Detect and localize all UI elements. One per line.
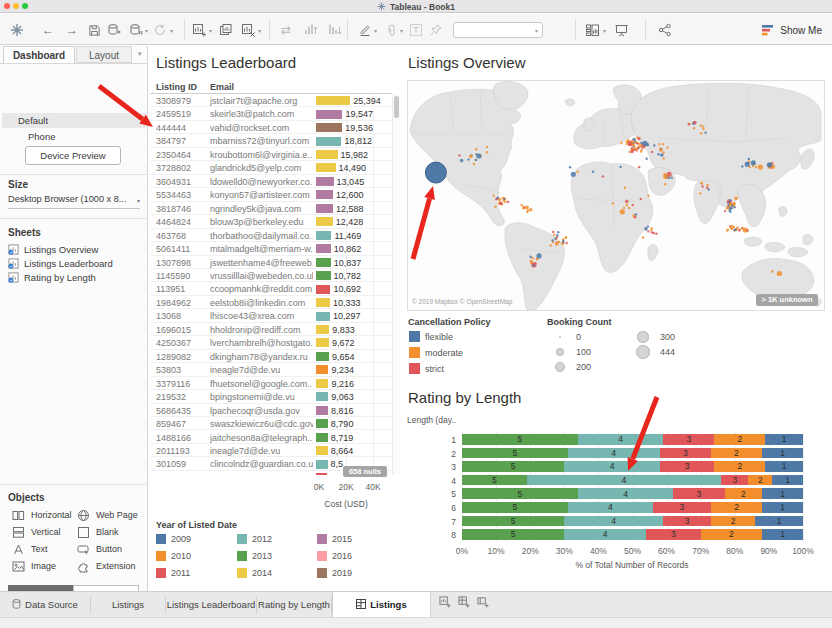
bar-segment[interactable]: 1 xyxy=(765,434,803,445)
table-row[interactable]: 5061411mtalmadgelt@merriam-w..10,862 xyxy=(150,242,392,255)
map-dot[interactable] xyxy=(499,202,503,206)
map-dot[interactable] xyxy=(494,205,496,207)
map-dot[interactable] xyxy=(520,204,522,206)
table-row[interactable]: 859467swaszkiewicz6u@cdc.gov8,790 xyxy=(150,417,392,430)
table-row[interactable]: 1289082dkingham78@yandex.ru9,654 xyxy=(150,350,392,363)
map-dot[interactable] xyxy=(549,244,551,246)
cost-bar[interactable] xyxy=(316,406,328,415)
blank-object-icon[interactable] xyxy=(77,525,90,538)
object-image[interactable]: Image xyxy=(31,561,56,571)
map-dot[interactable] xyxy=(733,229,735,231)
leaderboard-scrollbar-thumb[interactable] xyxy=(394,96,399,118)
tab-listings-leaderboard[interactable]: Listings Leaderboard xyxy=(166,592,256,618)
undo-icon[interactable]: ← xyxy=(40,22,56,38)
cost-bar[interactable] xyxy=(316,338,329,347)
cost-bar[interactable] xyxy=(316,258,331,267)
stacked-bar[interactable]: 54321 xyxy=(462,448,803,459)
legend-swatch[interactable] xyxy=(409,347,420,358)
map-dot[interactable] xyxy=(650,227,652,229)
size-legend-circle[interactable] xyxy=(556,348,563,355)
tableau-logo-icon[interactable] xyxy=(9,22,25,38)
cost-bar[interactable] xyxy=(316,163,336,172)
map-dot[interactable] xyxy=(659,148,663,152)
cost-bar[interactable] xyxy=(316,365,328,374)
table-row[interactable]: 463768thorbathoo@dailymail.co..11,469 xyxy=(150,229,392,242)
table-row[interactable]: 2011193ineagle7d@de.vu8,664 xyxy=(150,444,392,457)
cost-bar[interactable] xyxy=(316,460,328,469)
table-row[interactable]: 13068lhiscoe43@xrea.com10,297 xyxy=(150,309,392,322)
map-dot[interactable] xyxy=(777,271,782,276)
cost-bar[interactable] xyxy=(316,298,330,307)
legend-swatch[interactable] xyxy=(317,568,327,578)
cost-bar[interactable] xyxy=(316,433,328,442)
map-dot[interactable] xyxy=(644,227,648,231)
bar-segment[interactable]: 4 xyxy=(568,448,660,459)
pause-auto-updates-icon[interactable] xyxy=(128,22,144,38)
map-dot[interactable] xyxy=(731,204,733,206)
map-dot[interactable] xyxy=(640,198,642,200)
map-dot[interactable] xyxy=(592,171,594,173)
size-legend-circle[interactable] xyxy=(637,331,648,342)
map-dot[interactable] xyxy=(507,201,509,203)
object-horizontal[interactable]: Horizontal xyxy=(31,510,72,520)
cost-bar[interactable] xyxy=(316,150,338,159)
table-row[interactable]: 5534463konyon57@artisteer.com12,600 xyxy=(150,188,392,201)
stacked-bar[interactable]: 54321 xyxy=(462,502,803,513)
map-dot[interactable] xyxy=(771,270,773,272)
map-dot[interactable] xyxy=(729,199,731,201)
cost-bar[interactable] xyxy=(316,231,331,240)
legend-swatch[interactable] xyxy=(237,534,247,544)
table-row[interactable]: 1488166jaitcheson8a@telegraph...8,719 xyxy=(150,431,392,444)
show-hide-cards-icon[interactable] xyxy=(584,22,600,38)
map-dot[interactable] xyxy=(664,183,666,185)
sort-descending-icon[interactable] xyxy=(327,22,343,38)
sidebar-sheet-listings-overview[interactable]: Listings Overview xyxy=(8,244,98,255)
legend-swatch[interactable] xyxy=(409,331,420,342)
map-dot[interactable] xyxy=(634,216,636,218)
button-object-icon[interactable] xyxy=(77,542,90,555)
stacked-bar[interactable]: 54321 xyxy=(462,488,803,499)
object-extension[interactable]: Extension xyxy=(96,561,136,571)
unknown-values-badge[interactable]: > 1K unknown xyxy=(756,294,818,306)
legend-swatch[interactable] xyxy=(156,534,166,544)
map-dot[interactable] xyxy=(662,151,664,153)
bar-segment[interactable]: 3 xyxy=(653,502,711,513)
map-dot[interactable] xyxy=(729,211,731,213)
map-dot[interactable] xyxy=(702,128,704,130)
image-object-icon[interactable] xyxy=(12,559,25,572)
sort-ascending-icon[interactable] xyxy=(303,22,319,38)
table-row[interactable]: 3818746ngrindley5k@java.com12,588 xyxy=(150,202,392,215)
map-dot[interactable] xyxy=(733,226,735,228)
cost-bar[interactable] xyxy=(316,446,328,455)
map-marks-layer[interactable] xyxy=(408,81,824,310)
map-dot[interactable] xyxy=(486,151,488,153)
map-dot[interactable] xyxy=(475,159,477,161)
table-row[interactable]: 3728802glandrickd5@yelp.com14,490 xyxy=(150,161,392,174)
map-dot[interactable] xyxy=(627,139,629,141)
null-indicator-badge[interactable]: 658 nulls xyxy=(343,466,387,477)
bar-segment[interactable]: 2 xyxy=(711,448,762,459)
map-dot[interactable] xyxy=(727,228,729,230)
map-dot[interactable] xyxy=(475,148,477,150)
map-dot[interactable] xyxy=(646,158,648,160)
bar-segment[interactable]: 2 xyxy=(701,529,762,540)
device-item-phone[interactable]: Phone xyxy=(28,131,55,142)
map-dot[interactable] xyxy=(666,146,668,148)
table-row[interactable]: 5686435lpachecoqr@usda.gov8,816 xyxy=(150,404,392,417)
table-row[interactable]: 1145590vrussilllai@webeden.co.uk10,782 xyxy=(150,269,392,282)
bar-segment[interactable]: 2 xyxy=(714,434,765,445)
map-dot[interactable] xyxy=(460,159,464,163)
map-dot[interactable] xyxy=(576,171,578,173)
map-dot[interactable] xyxy=(534,262,536,264)
presentation-mode-icon[interactable] xyxy=(613,22,629,38)
map-dot[interactable] xyxy=(486,146,488,148)
cost-bar[interactable] xyxy=(316,285,330,294)
map-dot[interactable] xyxy=(772,166,774,168)
cost-bar[interactable] xyxy=(316,473,327,475)
new-worksheet-tab-button[interactable] xyxy=(437,592,453,618)
table-row[interactable]: 3379116fhuetsonel@google.com...9,216 xyxy=(150,377,392,390)
cost-bar[interactable] xyxy=(316,96,350,105)
legend-swatch[interactable] xyxy=(317,551,327,561)
run-update-caret-icon[interactable]: ▾ xyxy=(170,27,173,34)
map-dot[interactable] xyxy=(636,137,638,139)
